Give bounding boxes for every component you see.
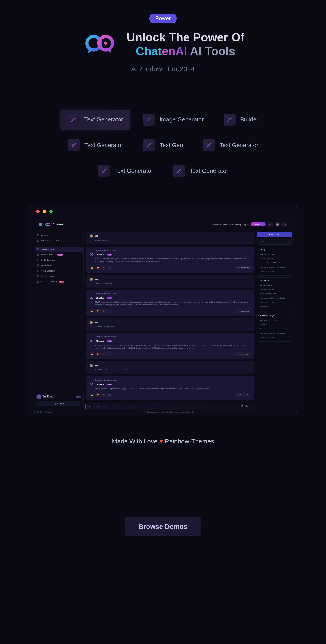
nav-sign-in[interactable]: Sign In [243, 223, 249, 226]
category-7[interactable]: Text Generator [166, 161, 236, 181]
share-icon[interactable]: ⇪ [101, 266, 106, 270]
menu-icon[interactable] [39, 223, 42, 226]
thumbs-down-icon[interactable]: 👎 [95, 393, 100, 397]
nav-pricing[interactable]: Pricing [235, 223, 241, 226]
regenerate-button[interactable]: ⟳Regenerate [235, 352, 251, 356]
category-6[interactable]: Text Generator [90, 161, 160, 181]
regenerate-button[interactable]: ⟳Regenerate [235, 309, 251, 313]
send-icon[interactable]: ➤ [250, 405, 252, 408]
thumbs-down-icon[interactable]: 👎 [95, 266, 100, 270]
show-more-button[interactable]: Show More⌄ [260, 304, 290, 309]
history-item[interactable]: HTML Shortcurt Methode [260, 292, 290, 296]
history-item[interactable]: Form Html CSS JS [260, 287, 290, 292]
bot-avatar-icon [90, 253, 94, 256]
mic-icon[interactable]: 🎤 [241, 405, 243, 408]
chevron-down-icon: ⌄ [288, 306, 290, 308]
message-input-bar[interactable]: ✦ 🎤 📎 ➤ [85, 403, 255, 410]
right-panel: ✦ NEW CHAT ⌕ TodayChatenAi Defination⋯Yo… [257, 232, 292, 413]
sidebar-item-website-generator[interactable]: Website GeneratorPRO [35, 279, 83, 284]
more-icon[interactable]: ⋮ [107, 266, 112, 270]
bot-badge: Bot [107, 297, 112, 299]
category-3[interactable]: Text Generator [60, 135, 130, 156]
message-text: A chat AI, or chatAI, is a type of artif… [95, 258, 251, 263]
upgrade-button[interactable]: Upgrade ✦ [251, 222, 266, 226]
user-message: YouHow do chatAI work? [86, 275, 254, 288]
history-item[interactable]: Best way to maintain code Quality [260, 265, 290, 269]
brand-logo [82, 33, 118, 56]
history-item[interactable]: How to write a code [260, 283, 290, 287]
thumbs-up-icon[interactable]: 👍 [90, 393, 94, 397]
new-chat-button[interactable]: ✦ NEW CHAT [257, 232, 292, 237]
svg-point-2 [104, 42, 107, 45]
regenerate-button[interactable]: ⟳Regenerate [235, 266, 251, 270]
thumbs-up-icon[interactable]: 👍 [90, 309, 94, 313]
message-input[interactable] [93, 405, 238, 408]
svg-point-16 [104, 172, 105, 172]
regenerate-button[interactable]: ⟳Regenerate [235, 393, 251, 397]
history-item[interactable]: Funtion Js [260, 322, 290, 327]
svg-point-3 [72, 118, 73, 119]
sidebar-item-welcome[interactable]: Welcome [35, 232, 83, 238]
made-with-love: Made With Love ♥ Rainbow-Themes [0, 438, 326, 445]
thumbs-down-icon[interactable]: 👎 [95, 309, 100, 313]
more-icon[interactable]: ⋮ [107, 393, 112, 397]
category-1[interactable]: Image Generator [136, 110, 211, 130]
thumbs-up-icon[interactable]: 👍 [90, 352, 94, 356]
more-icon[interactable]: ⋯ [288, 253, 290, 255]
history-group-1: YesterdayHow to write a codeForm Html CS… [257, 278, 292, 311]
sidebar-item-manage-subscription[interactable]: Manage Subscription [35, 238, 83, 243]
category-0[interactable]: Text Generator [60, 110, 130, 130]
grid-icon[interactable] [268, 222, 273, 227]
copyright: © 2023 Rainbow Themes [34, 411, 83, 413]
history-item[interactable]: ChatenAi Defination [260, 335, 290, 340]
sidebar-item-image-generator[interactable]: Image GeneratorNEW [35, 252, 83, 257]
search-input[interactable]: ⌕ [257, 239, 292, 245]
avatar-icon[interactable] [275, 222, 280, 227]
theme-icon[interactable] [282, 222, 287, 227]
history-item[interactable]: Business Shortcurt Methode [260, 261, 290, 265]
attach-icon[interactable]: 📎 [245, 405, 248, 408]
history-item[interactable]: ChatenAi Defination [260, 269, 290, 274]
sidebar-item-code-generator[interactable]: Code Generator [35, 257, 83, 263]
sidebar-item-image-editor[interactable]: Image Editor [35, 263, 83, 268]
nav-welcome[interactable]: Welcome [213, 223, 221, 226]
message-author: You [95, 278, 98, 280]
thumbs-up-icon[interactable]: 👍 [90, 266, 94, 270]
sidebar-item-text-generator[interactable]: Text Generator [35, 246, 83, 252]
nav-dashboard[interactable]: Dashboard [223, 223, 233, 226]
svg-rect-25 [37, 259, 39, 261]
user-avatar-icon [90, 364, 93, 367]
upgrade-to-pro-button[interactable]: Upgrade To Pro [36, 401, 81, 406]
sidebar-item-email-generator[interactable]: Email Generator [35, 274, 83, 279]
browse-demos-button[interactable]: Browse Demos [125, 517, 201, 536]
category-2[interactable]: Builder [216, 110, 266, 130]
more-icon[interactable]: ⋮ [107, 309, 112, 313]
wand-icon [67, 114, 80, 126]
category-label: Text Generator [84, 142, 123, 149]
thumbs-down-icon[interactable]: 👎 [95, 352, 100, 356]
category-5[interactable]: Text Generator [196, 135, 266, 156]
min-dot [43, 210, 46, 213]
more-icon[interactable]: ⋮ [107, 352, 112, 356]
history-item[interactable]: Best way to maintain code Quality [260, 331, 290, 335]
history-item[interactable]: Generate a Image [260, 327, 290, 331]
share-icon[interactable]: ⇪ [101, 352, 106, 356]
user-message: YouHow can I talk with chat AI? [86, 318, 254, 331]
history-item[interactable]: ChatenAi Defination⋯ [260, 252, 290, 256]
bot-message: Generating answers for you…ChatenAIBotYo… [86, 333, 254, 359]
history-item[interactable]: Best way to maintain code Quality [260, 296, 290, 300]
history-item[interactable]: ChatenAi Defination [260, 300, 290, 304]
badge: NEW [57, 254, 63, 256]
history-item[interactable]: Your last Question [260, 256, 290, 261]
history-item[interactable]: User Assistant Request [260, 318, 290, 322]
sidebar-item-vedio-generator[interactable]: Vedio Generator [35, 268, 83, 274]
category-label: Text Generator [114, 168, 153, 174]
category-4[interactable]: Text Gen [136, 135, 190, 156]
message-text: You're already talking to a chat AI righ… [95, 344, 251, 350]
generating-label: Generating answers for you… [95, 379, 251, 381]
share-icon[interactable]: ⇪ [101, 309, 106, 313]
share-icon[interactable]: ⇪ [101, 393, 106, 397]
power-badge: Power [149, 14, 177, 24]
app-logo[interactable]: ChatenAI [45, 223, 65, 226]
svg-rect-28 [37, 275, 39, 277]
